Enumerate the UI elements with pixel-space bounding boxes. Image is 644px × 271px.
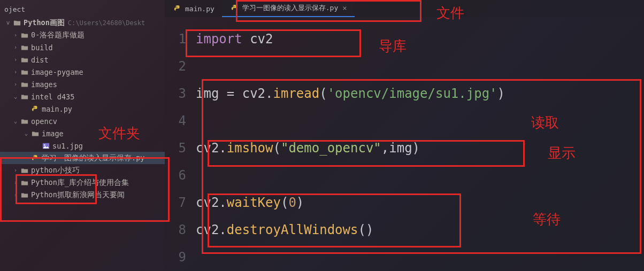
tree-item-Python库_库介绍与使用合集[interactable]: ›Python库_库介绍与使用合集	[0, 176, 165, 189]
image-icon	[42, 142, 50, 150]
tree-item-label: image	[42, 129, 64, 138]
chevron-icon: ›	[12, 56, 19, 63]
line-number: 9	[165, 244, 186, 271]
editor-tabs: main.py学习一图像的读入显示保存.py×	[165, 0, 644, 17]
tree-item-opencv[interactable]: ⌄opencv	[0, 115, 165, 127]
chevron-icon: ⌄	[12, 93, 19, 100]
svg-point-3	[34, 156, 34, 156]
folder-icon	[20, 92, 29, 101]
python-icon	[231, 4, 239, 12]
tree-item-label: main.py	[42, 105, 72, 113]
folder-icon	[13, 19, 21, 27]
code-editor[interactable]: 123456789 import cv2 img = cv2.imread('o…	[165, 17, 644, 271]
chevron-icon: ›	[12, 179, 19, 186]
line-number: 1	[165, 26, 186, 53]
line-number: 3	[165, 80, 186, 107]
line-number: 2	[165, 53, 186, 80]
tree-item-label: python小技巧	[31, 166, 80, 175]
python-icon	[31, 105, 40, 113]
chevron-icon: ⌄	[22, 130, 30, 137]
line-number: 8	[165, 216, 186, 244]
tree-item-su1.jpg[interactable]: ·su1.jpg	[0, 140, 165, 152]
tree-item-label: Python抓取新浪网当天要闻	[31, 190, 125, 200]
tree-item-intel d435[interactable]: ⌄intel d435	[0, 90, 165, 103]
chevron-icon: ⌄	[12, 118, 19, 125]
tree-item-dist[interactable]: ›dist	[0, 53, 165, 66]
tree-item-label: Python库_库介绍与使用合集	[31, 178, 129, 188]
folder-icon	[20, 68, 29, 76]
folder-icon	[20, 117, 29, 126]
chevron-icon: ›	[12, 191, 19, 198]
folder-icon	[20, 56, 29, 64]
project-header: oject	[0, 4, 165, 17]
python-icon	[173, 4, 182, 13]
tab-label: 学习一图像的读入显示保存.py	[242, 3, 338, 13]
tree-item-label: build	[31, 43, 53, 52]
folder-icon	[31, 129, 40, 138]
chevron-icon: ›	[12, 32, 19, 38]
tree-item-python小技巧[interactable]: ›python小技巧	[0, 164, 165, 176]
folder-icon	[20, 179, 29, 187]
tree-item-学习一图像的读入显示保存.py[interactable]: ·学习一图像的读入显示保存.py	[0, 152, 165, 164]
code-content[interactable]: import cv2 img = cv2.imread('opencv/imag…	[196, 17, 644, 271]
folder-icon	[20, 80, 29, 89]
tree-item-label: images	[31, 80, 57, 89]
chevron-icon: ›	[12, 68, 19, 75]
tree-item-label: 0-洛谷题库做题	[31, 30, 85, 40]
tree-item-label: intel d435	[31, 92, 74, 101]
svg-point-4	[176, 6, 177, 6]
tree-item-label: opencv	[31, 117, 57, 126]
line-number: 7	[165, 189, 186, 216]
tree-item-image-pygame[interactable]: ›image-pygame	[0, 66, 165, 78]
project-root[interactable]: v Python画图 C:\Users\24680\Deskt	[0, 17, 165, 29]
chevron-icon: ›	[12, 44, 19, 51]
svg-point-5	[233, 5, 234, 6]
line-number: 4	[165, 107, 186, 135]
chevron-icon: ›	[12, 167, 19, 174]
tab-label: main.py	[185, 5, 214, 13]
folder-icon	[20, 31, 29, 40]
root-name: Python画图	[24, 18, 65, 28]
tab-main.py[interactable]: main.py	[165, 0, 222, 17]
tree-item-label: 学习一图像的读入显示保存.py	[42, 153, 144, 163]
tree-item-Python抓取新浪网当天要闻[interactable]: ›Python抓取新浪网当天要闻	[0, 189, 165, 201]
project-sidebar: oject v Python画图 C:\Users\24680\Deskt ›0…	[0, 0, 165, 271]
tree-item-build[interactable]: ›build	[0, 41, 165, 53]
tree-item-0-洛谷题库做题[interactable]: ›0-洛谷题库做题	[0, 29, 165, 41]
chevron-icon: ›	[12, 81, 19, 88]
tree-item-images[interactable]: ›images	[0, 78, 165, 90]
line-number: 5	[165, 135, 186, 162]
folder-icon	[20, 43, 29, 52]
tab-学习一图像的读入显示保存.py[interactable]: 学习一图像的读入显示保存.py×	[222, 0, 355, 17]
tree-item-main.py[interactable]: ·main.py	[0, 103, 165, 115]
tree-item-label: dist	[31, 56, 49, 64]
tree-item-image[interactable]: ⌄image	[0, 127, 165, 140]
root-path: C:\Users\24680\Deskt	[68, 19, 145, 27]
folder-icon	[20, 166, 29, 175]
line-number: 6	[165, 162, 186, 189]
tree-item-label: su1.jpg	[52, 142, 83, 150]
python-icon	[31, 154, 40, 162]
svg-point-0	[34, 106, 34, 107]
tree-item-label: image-pygame	[31, 68, 83, 76]
close-icon[interactable]: ×	[342, 4, 347, 12]
folder-icon	[20, 191, 29, 199]
svg-point-2	[44, 144, 45, 145]
line-gutter: 123456789	[165, 17, 196, 271]
